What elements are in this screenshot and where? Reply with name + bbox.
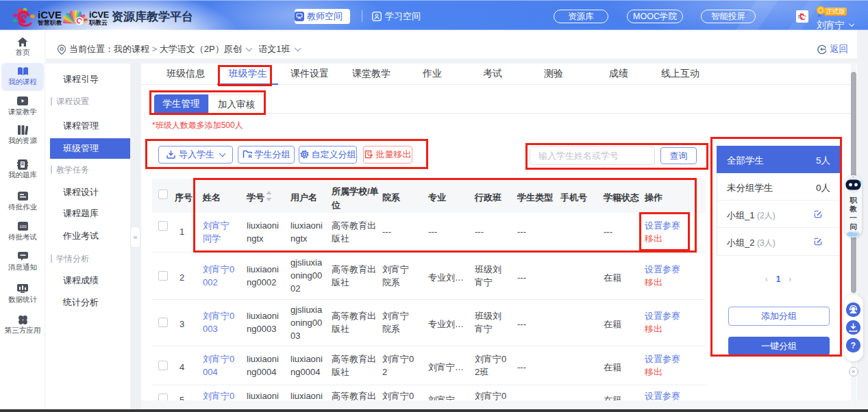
svg-text:?: ? <box>851 341 856 350</box>
svg-text:100: 100 <box>19 224 27 229</box>
